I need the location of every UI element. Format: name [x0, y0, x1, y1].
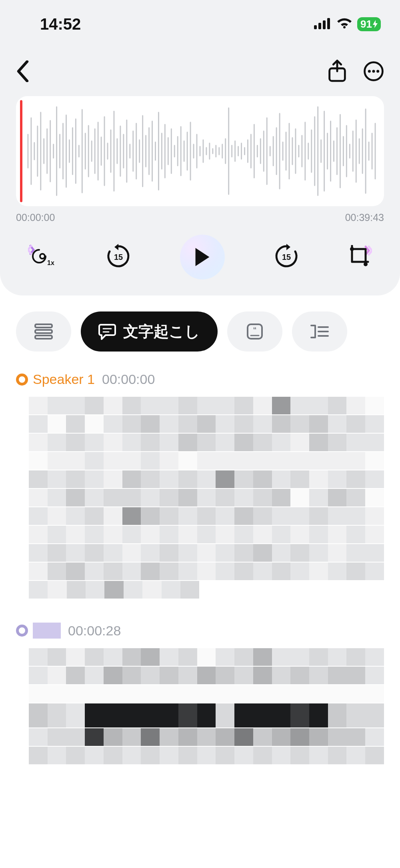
waveform-bars — [21, 96, 379, 206]
duration-time: 00:39:43 — [345, 212, 384, 223]
back-button[interactable] — [16, 60, 30, 84]
svg-point-122 — [350, 247, 354, 251]
transcript: Speaker 1 00:00:00 00:00:28 — [0, 352, 400, 764]
status-time: 14:52 — [40, 15, 81, 33]
svg-rect-3 — [327, 18, 330, 29]
speaker-timestamp: 00:00:00 — [102, 372, 155, 387]
quote-icon: “ — [246, 323, 264, 340]
svg-text:“: “ — [253, 326, 257, 334]
svg-text:15: 15 — [114, 253, 123, 261]
battery-badge: 91 — [357, 17, 381, 31]
speaker-bullet-icon — [16, 374, 28, 386]
svg-point-7 — [372, 70, 375, 72]
share-button[interactable] — [327, 60, 347, 84]
speaker-bullet-icon — [16, 625, 28, 637]
status-indicators: 91 — [314, 17, 381, 31]
play-icon — [194, 247, 211, 267]
play-button[interactable] — [180, 235, 225, 279]
top-nav — [0, 48, 400, 96]
transcript-entry-header[interactable]: 00:00:28 — [16, 623, 384, 639]
tab-outline[interactable] — [292, 311, 347, 352]
audio-player: 00:00:00 00:39:43 1x 15 — [0, 96, 400, 295]
charging-icon — [373, 20, 378, 28]
view-tabs: 文字起こし “ — [0, 295, 400, 352]
trim-button[interactable] — [348, 245, 372, 269]
svg-rect-124 — [35, 324, 52, 328]
signal-icon — [314, 17, 332, 31]
speaker-name-redacted — [33, 623, 61, 639]
svg-rect-125 — [35, 330, 52, 333]
svg-rect-126 — [35, 336, 52, 339]
tab-transcript-label: 文字起こし — [123, 321, 200, 342]
outline-icon — [310, 324, 329, 339]
current-time: 00:00:00 — [16, 212, 55, 223]
tab-transcript[interactable]: 文字起こし — [81, 311, 218, 352]
speed-label: 1x — [47, 259, 54, 266]
waveform[interactable] — [16, 96, 384, 206]
list-icon — [34, 323, 53, 340]
skip-back-button[interactable]: 15 — [106, 244, 131, 270]
svg-point-6 — [368, 70, 371, 72]
player-controls: 1x 15 15 — [16, 235, 384, 279]
svg-point-119 — [40, 254, 45, 259]
transcript-entry-header[interactable]: Speaker 1 00:00:00 — [16, 372, 384, 387]
status-bar: 14:52 91 — [0, 0, 400, 48]
tab-list-view[interactable] — [16, 311, 71, 352]
chat-icon — [98, 323, 116, 340]
transcript-text-redacted — [16, 397, 384, 599]
svg-rect-1 — [318, 23, 321, 29]
svg-point-123 — [364, 262, 368, 266]
wifi-icon — [336, 17, 352, 31]
svg-text:15: 15 — [282, 253, 291, 261]
speaker-timestamp: 00:00:28 — [68, 623, 121, 639]
svg-point-8 — [376, 70, 379, 72]
transcript-text-redacted — [16, 648, 384, 764]
speaker-name: Speaker 1 — [33, 372, 95, 387]
battery-level: 91 — [360, 18, 372, 30]
svg-rect-0 — [314, 25, 317, 29]
skip-forward-button[interactable]: 15 — [274, 244, 299, 270]
playhead[interactable] — [20, 100, 22, 202]
svg-rect-2 — [323, 20, 326, 29]
time-row: 00:00:00 00:39:43 — [16, 212, 384, 223]
playback-speed-button[interactable]: 1x — [28, 244, 57, 270]
more-button[interactable] — [363, 61, 384, 83]
tab-quotes[interactable]: “ — [227, 311, 282, 352]
